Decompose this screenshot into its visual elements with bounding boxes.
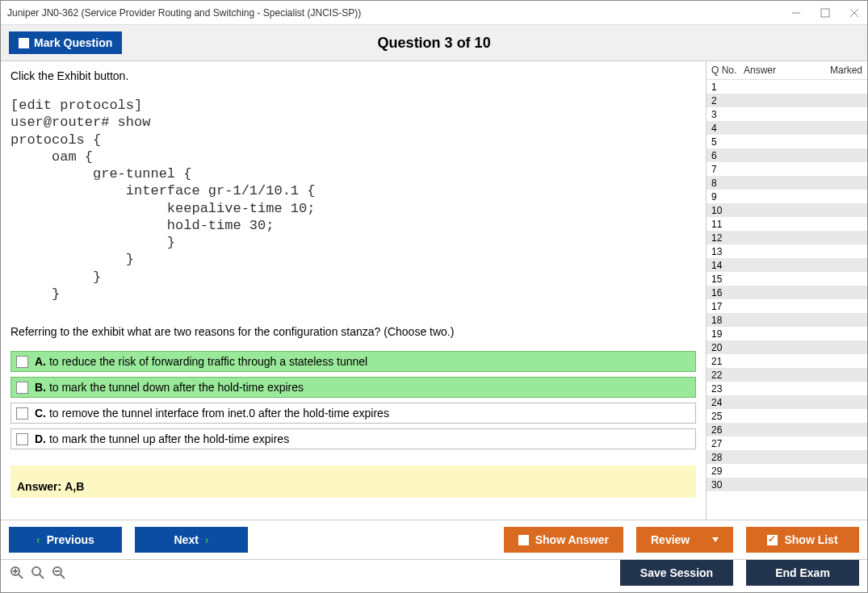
nav-row[interactable]: 9 xyxy=(707,190,867,203)
nav-row[interactable]: 14 xyxy=(707,258,867,272)
nav-row[interactable]: 6 xyxy=(707,148,867,162)
show-list-button[interactable]: Show List xyxy=(746,527,859,553)
nav-row[interactable]: 29 xyxy=(707,464,867,478)
nav-qno: 25 xyxy=(711,411,744,422)
nav-row[interactable]: 18 xyxy=(707,313,867,327)
nav-qno: 18 xyxy=(711,315,744,326)
nav-row[interactable]: 7 xyxy=(707,162,867,176)
option-checkbox[interactable] xyxy=(16,356,28,368)
nav-qno: 26 xyxy=(711,424,744,436)
svg-point-8 xyxy=(32,567,40,575)
chevron-left-icon: ‹ xyxy=(36,533,40,546)
nav-row[interactable]: 16 xyxy=(707,286,867,299)
nav-qno: 10 xyxy=(711,205,744,216)
nav-row[interactable]: 24 xyxy=(707,395,867,409)
nav-row[interactable]: 19 xyxy=(707,327,867,340)
nav-row[interactable]: 21 xyxy=(707,354,867,368)
col-qno: Q No. xyxy=(711,65,744,76)
question-scroll-area[interactable]: Click the Exhibit button. [edit protocol… xyxy=(1,61,706,520)
show-list-checkbox-icon xyxy=(767,535,778,545)
review-label: Review xyxy=(651,533,690,546)
show-answer-button[interactable]: Show Answer xyxy=(504,527,623,553)
window-controls xyxy=(790,6,861,19)
nav-qno: 11 xyxy=(711,219,744,230)
nav-qno: 13 xyxy=(711,246,744,257)
button-bar-2: Save Session End Exam xyxy=(1,559,867,592)
exhibit-code: [edit protocols] user@router# show proto… xyxy=(10,97,696,303)
svg-rect-1 xyxy=(821,9,829,17)
show-answer-label: Show Answer xyxy=(535,533,609,546)
previous-label: Previous xyxy=(47,533,94,546)
nav-list[interactable]: 1234567891011121314151617181920212223242… xyxy=(707,79,867,520)
close-icon[interactable] xyxy=(848,6,861,19)
content-column: Click the Exhibit button. [edit protocol… xyxy=(1,61,706,520)
svg-line-9 xyxy=(40,574,44,578)
nav-row[interactable]: 11 xyxy=(707,217,867,231)
options-list: A. to reduce the risk of forwarding traf… xyxy=(10,351,696,449)
svg-line-11 xyxy=(61,574,65,578)
option-text: D. to mark the tunnel up after the hold-… xyxy=(35,432,289,445)
save-session-label: Save Session xyxy=(640,566,713,579)
nav-qno: 29 xyxy=(711,466,744,477)
nav-row[interactable]: 26 xyxy=(707,423,867,436)
option-row[interactable]: C. to remove the tunnel interface from i… xyxy=(10,403,696,424)
option-checkbox[interactable] xyxy=(16,433,28,445)
nav-row[interactable]: 4 xyxy=(707,121,867,135)
nav-row[interactable]: 15 xyxy=(707,272,867,286)
option-checkbox[interactable] xyxy=(16,407,28,420)
maximize-icon[interactable] xyxy=(819,6,832,19)
answer-box: Answer: A,B xyxy=(10,466,696,498)
review-button[interactable]: Review xyxy=(636,527,733,553)
zoom-reset-icon[interactable] xyxy=(9,565,25,581)
nav-qno: 3 xyxy=(711,109,744,120)
option-row[interactable]: A. to reduce the risk of forwarding traf… xyxy=(10,351,696,372)
nav-row[interactable]: 5 xyxy=(707,135,867,148)
col-marked: Marked xyxy=(822,65,862,76)
show-list-label: Show List xyxy=(784,533,837,546)
nav-row[interactable]: 8 xyxy=(707,176,867,190)
nav-row[interactable]: 3 xyxy=(707,107,867,121)
option-row[interactable]: D. to mark the tunnel up after the hold-… xyxy=(10,428,696,449)
nav-row[interactable]: 23 xyxy=(707,382,867,395)
nav-qno: 19 xyxy=(711,328,744,340)
chevron-right-icon: › xyxy=(205,533,209,546)
dropdown-icon xyxy=(712,537,719,542)
nav-qno: 24 xyxy=(711,397,744,408)
nav-qno: 9 xyxy=(711,191,744,203)
nav-row[interactable]: 25 xyxy=(707,409,867,423)
nav-qno: 8 xyxy=(711,177,744,189)
minimize-icon[interactable] xyxy=(790,6,803,19)
nav-row[interactable]: 30 xyxy=(707,478,867,491)
nav-row[interactable]: 10 xyxy=(707,203,867,217)
nav-row[interactable]: 27 xyxy=(707,436,867,450)
window-title: Juniper JN0-362 (Service Provider Routin… xyxy=(7,7,790,19)
answer-label: Answer: xyxy=(17,480,61,493)
nav-row[interactable]: 2 xyxy=(707,94,867,107)
option-text: A. to reduce the risk of forwarding traf… xyxy=(35,355,367,368)
zoom-in-icon[interactable] xyxy=(30,565,46,581)
option-text: C. to remove the tunnel interface from i… xyxy=(35,407,389,420)
end-exam-button[interactable]: End Exam xyxy=(746,560,859,586)
nav-row[interactable]: 28 xyxy=(707,450,867,464)
question-prompt: Referring to the exhibit what are two re… xyxy=(10,325,696,338)
nav-row[interactable]: 22 xyxy=(707,368,867,382)
option-row[interactable]: B. to mark the tunnel down after the hol… xyxy=(10,377,696,398)
option-text: B. to mark the tunnel down after the hol… xyxy=(35,381,304,394)
zoom-out-icon[interactable] xyxy=(51,565,67,581)
nav-qno: 2 xyxy=(711,95,744,106)
save-session-button[interactable]: Save Session xyxy=(620,560,733,586)
nav-row[interactable]: 20 xyxy=(707,340,867,354)
col-answer: Answer xyxy=(744,65,822,76)
next-button[interactable]: Next › xyxy=(135,527,248,553)
nav-row[interactable]: 17 xyxy=(707,299,867,313)
answer-value: A,B xyxy=(65,480,84,493)
nav-row[interactable]: 13 xyxy=(707,244,867,258)
instruction-text: Click the Exhibit button. xyxy=(10,69,696,82)
nav-row[interactable]: 12 xyxy=(707,231,867,244)
main-row: Click the Exhibit button. [edit protocol… xyxy=(1,61,867,520)
option-checkbox[interactable] xyxy=(16,382,28,394)
previous-button[interactable]: ‹ Previous xyxy=(9,527,122,553)
top-bar: Mark Question Question 3 of 10 xyxy=(1,25,867,61)
nav-row[interactable]: 1 xyxy=(707,80,867,94)
nav-qno: 12 xyxy=(711,232,744,244)
